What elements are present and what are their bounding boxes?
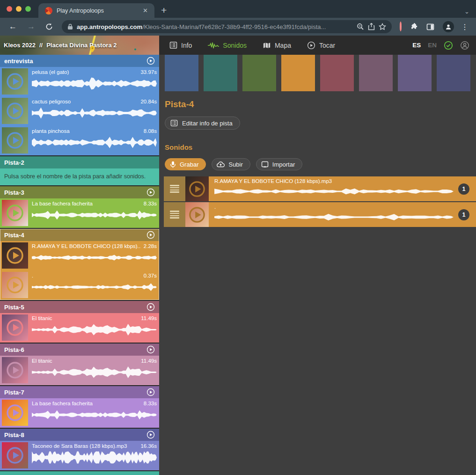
account-icon[interactable] [460,41,469,50]
clip-thumbnail[interactable] [2,272,28,298]
sound-row[interactable]: . 1 [164,202,476,227]
clip-thumbnail[interactable] [2,314,28,341]
nav-sonidos[interactable]: Sonidos [208,42,247,49]
sound-play-icon[interactable] [188,206,206,224]
track-color-swatch-5[interactable] [320,55,354,91]
track-color-swatch-1[interactable] [165,55,198,91]
sound-clip[interactable]: Taconeo de Sara Baras (128 kbps).mp3 16.… [0,441,159,470]
nav-info[interactable]: Info [169,41,192,49]
track-play-button[interactable] [146,57,155,65]
clip-play-icon[interactable] [6,403,24,422]
track-header[interactable]: Pista-6 [0,343,159,356]
clip-thumbnail[interactable] [2,400,28,426]
clip-waveform[interactable] [32,323,157,336]
track-play-button[interactable] [146,431,155,439]
track-play-button[interactable] [146,388,155,396]
clip-thumbnail[interactable] [2,242,28,269]
clip-waveform[interactable] [32,136,157,149]
track-header[interactable]: Pista-7 [0,386,159,398]
clip-play-icon[interactable] [6,131,24,150]
back-button[interactable]: ← [5,21,21,32]
sound-row[interactable]: R.AMAYA Y EL BOBOTE CHICO (128 kbps).mp3… [164,176,476,201]
new-tab-button[interactable]: + [154,5,173,18]
track-color-swatch-6[interactable] [359,55,393,91]
track-color-swatch-4[interactable] [281,55,315,91]
sound-clip[interactable]: R.AMAYA Y EL BOBOTE CHICO (128 kbps)....… [0,241,159,270]
zoom-indicator-icon[interactable] [357,23,364,30]
sound-clip[interactable]: El titanic 11.49s [0,356,159,385]
reload-button[interactable] [41,22,57,31]
drag-handle[interactable] [164,176,185,201]
import-button[interactable]: Importar [256,158,302,170]
clip-waveform[interactable] [32,451,157,464]
track-header[interactable]: Pista-3 [0,186,159,198]
recording-extension-icon[interactable] [396,22,405,31]
track-color-swatch-3[interactable] [242,55,276,91]
record-button[interactable]: Grabar [165,158,206,170]
side-panel-icon[interactable] [423,23,438,31]
clip-thumbnail[interactable] [2,98,28,124]
clip-play-icon[interactable] [6,361,24,380]
sound-clip[interactable]: La base fachera facherita 8.33s [0,398,159,428]
clip-play-icon[interactable] [6,276,24,294]
track-play-button[interactable] [146,231,155,239]
sound-waveform[interactable] [214,212,454,223]
sound-clip[interactable]: pelusa (el gato) 33.97s [0,67,159,96]
track-play-button[interactable] [146,188,155,197]
minimize-window-button[interactable] [16,6,22,12]
clip-play-icon[interactable] [6,246,24,265]
clip-waveform[interactable] [32,77,157,90]
clip-waveform[interactable] [32,281,157,293]
track-color-swatch-7[interactable] [398,55,432,91]
track-header[interactable]: Pista-5 [0,301,159,313]
forward-button[interactable]: → [23,21,39,32]
edit-track-info-button[interactable]: Editar info de pista [165,117,240,130]
track-header[interactable]: entrevista [0,55,159,67]
extensions-puzzle-icon[interactable] [407,23,421,31]
browser-tab[interactable]: Play Antropoloops ✕ [38,3,154,18]
clip-play-icon[interactable] [6,204,24,222]
track-color-swatch-8[interactable] [437,55,470,91]
sound-clip[interactable]: El titanic 11.49s [0,313,159,343]
upload-button[interactable]: Subir [212,158,250,170]
sound-clip[interactable]: cactus peligroso 20.84s [0,96,159,126]
tab-close-icon[interactable]: ✕ [141,6,150,15]
track-header[interactable]: Pista-2 [0,156,159,168]
clip-thumbnail[interactable] [2,442,28,468]
drag-handle[interactable] [164,202,185,227]
clip-thumbnail[interactable] [2,357,28,383]
url-text[interactable]: app.antropoloops.com/Kleos-Santa-Marina/… [77,23,353,30]
clip-play-icon[interactable] [6,446,24,465]
address-bar[interactable]: app.antropoloops.com/Kleos-Santa-Marina/… [62,20,392,33]
clip-thumbnail[interactable] [2,127,28,153]
browser-menu-kebab-icon[interactable]: ⋮ [459,22,471,31]
track-color-swatch-2[interactable] [204,55,237,91]
track-play-button[interactable] [146,303,155,311]
nav-mapa[interactable]: Mapa [263,42,291,49]
sound-clip[interactable]: La base fachera facherita 8.33s [0,198,159,228]
share-icon[interactable] [368,23,375,30]
clip-waveform[interactable] [32,366,157,379]
clip-thumbnail[interactable] [2,200,28,226]
sound-clip[interactable]: . 0.37s [0,270,159,300]
clip-play-icon[interactable] [6,318,24,337]
track-header[interactable]: Pista-4 [0,229,159,241]
lang-en-button[interactable]: EN [428,42,437,49]
sound-play-icon[interactable] [188,180,206,198]
clip-waveform[interactable] [32,107,157,119]
clip-waveform[interactable] [32,251,157,264]
profile-avatar[interactable] [439,21,457,32]
track-header[interactable]: Pista-8 [0,429,159,441]
nav-tocar[interactable]: Tocar [307,41,335,50]
clip-waveform[interactable] [32,209,157,221]
breadcrumb-project[interactable]: Kleos 2022 [4,42,36,49]
bookmark-star-icon[interactable] [379,23,386,30]
close-window-button[interactable] [7,6,12,12]
sound-waveform[interactable] [214,186,454,197]
sound-clip[interactable]: planta pinchosa 8.08s [0,126,159,155]
clip-thumbnail[interactable] [2,68,28,95]
fullscreen-window-button[interactable] [25,6,31,12]
aerial-map-thumbnail[interactable]: Kleos 2022 // Placeta Divina Pastora 2 [0,36,159,55]
tab-search-chevron-icon[interactable]: ⌄ [464,8,469,15]
sound-thumbnail[interactable] [185,202,209,227]
